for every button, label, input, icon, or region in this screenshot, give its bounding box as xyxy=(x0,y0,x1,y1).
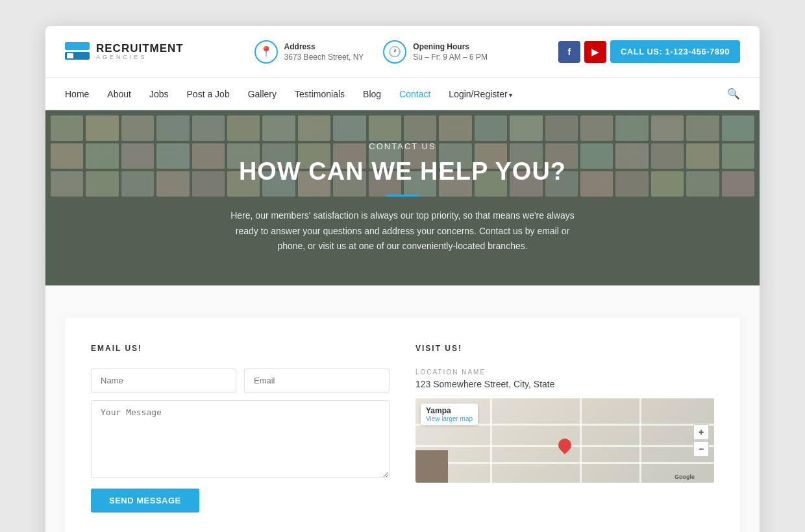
map-pin-head xyxy=(556,436,574,454)
map-zoom-controls: + − xyxy=(693,424,709,457)
map-thumbnail xyxy=(415,450,448,483)
map-label-title: Yampa xyxy=(426,406,473,415)
hero-pre-title: CONTACT US xyxy=(224,141,581,151)
nav-blog[interactable]: Blog xyxy=(363,89,381,99)
map-label-box: Yampa View larger map xyxy=(421,404,478,425)
email-section-label: EMAIL US! xyxy=(91,344,390,353)
map-road-vertical-2 xyxy=(580,398,582,483)
nav-contact[interactable]: Contact xyxy=(399,89,430,99)
clock-icon: 🕐 xyxy=(383,40,406,64)
nav-jobs[interactable]: Jobs xyxy=(149,89,169,99)
logo-main: RECRUITMENT xyxy=(96,43,184,54)
logo-icon-top xyxy=(65,42,90,50)
nav-testimonials[interactable]: Testimonials xyxy=(295,89,345,99)
hours-label: Opening Hours xyxy=(413,42,488,51)
nav-post-a-job[interactable]: Post a Job xyxy=(187,89,230,99)
address-info: 📍 Address 3673 Beech Street, NY xyxy=(254,40,364,64)
nav-about[interactable]: About xyxy=(107,89,131,99)
map-container: Yampa View larger map + − Google xyxy=(415,398,714,483)
form-name-email-row xyxy=(91,369,390,393)
address-label: Address xyxy=(284,42,364,51)
email-input[interactable] xyxy=(244,369,390,393)
nav-home[interactable]: Home xyxy=(65,89,89,99)
header: RECRUITMENT AGENCIES 📍 Address 3673 Beec… xyxy=(45,26,760,78)
google-label: Google xyxy=(675,474,695,480)
nav-gallery[interactable]: Gallery xyxy=(248,89,277,99)
map-road-vertical-1 xyxy=(490,398,492,483)
zoom-out-button[interactable]: − xyxy=(693,441,709,457)
location-address: 123 Somewhere Street, City, State xyxy=(415,379,714,389)
location-name-label: LOCATION NAME xyxy=(415,369,714,376)
name-input[interactable] xyxy=(91,369,236,393)
hours-info: 🕐 Opening Hours Su – Fr: 9 AM – 6 PM xyxy=(383,40,488,64)
map-background: Yampa View larger map + − Google xyxy=(415,398,714,483)
visit-section: VISIT US! LOCATION NAME 123 Somewhere St… xyxy=(415,344,714,513)
content-inner: EMAIL US! SEND MESSAGE VISIT US! LOCATIO… xyxy=(65,318,740,532)
hours-text: Opening Hours Su – Fr: 9 AM – 6 PM xyxy=(413,42,488,62)
zoom-in-button[interactable]: + xyxy=(693,424,709,440)
map-view-larger-link[interactable]: View larger map xyxy=(426,415,473,422)
hero-title: HOW CAN WE HELP YOU? xyxy=(224,158,581,186)
hero-divider xyxy=(386,195,419,197)
logo-icon xyxy=(65,42,90,62)
visit-section-label: VISIT US! xyxy=(415,344,714,353)
hero-description: Here, our members' satisfaction is alway… xyxy=(224,208,581,254)
map-pin xyxy=(558,439,571,457)
youtube-button[interactable]: ▶ xyxy=(584,41,606,63)
header-info: 📍 Address 3673 Beech Street, NY 🕐 Openin… xyxy=(197,40,545,64)
logo: RECRUITMENT AGENCIES xyxy=(65,42,184,62)
map-road-horizontal-3 xyxy=(415,462,714,464)
browser-window: RECRUITMENT AGENCIES 📍 Address 3673 Beec… xyxy=(45,26,760,532)
search-icon[interactable]: 🔍 xyxy=(727,88,740,100)
address-text: Address 3673 Beech Street, NY xyxy=(284,42,364,62)
navigation: Home About Jobs Post a Job Gallery Testi… xyxy=(45,78,760,110)
facebook-button[interactable]: f xyxy=(558,41,580,63)
email-section: EMAIL US! SEND MESSAGE xyxy=(91,344,390,513)
call-button[interactable]: CALL US: 1-123-456-7890 xyxy=(610,40,740,63)
address-value: 3673 Beech Street, NY xyxy=(284,53,364,62)
hours-value: Su – Fr: 9 AM – 6 PM xyxy=(413,53,488,62)
map-road-vertical-3 xyxy=(639,398,641,483)
header-actions: f ▶ CALL US: 1-123-456-7890 xyxy=(558,40,740,63)
hero-content: CONTACT US HOW CAN WE HELP YOU? Here, ou… xyxy=(211,141,594,254)
logo-icon-bottom xyxy=(65,52,90,60)
submit-button[interactable]: SEND MESSAGE xyxy=(91,489,199,513)
nav-login-register[interactable]: Login/Register xyxy=(449,89,512,99)
content-section: EMAIL US! SEND MESSAGE VISIT US! LOCATIO… xyxy=(45,285,760,532)
logo-sub: AGENCIES xyxy=(96,54,184,60)
message-textarea[interactable] xyxy=(91,400,390,478)
location-icon: 📍 xyxy=(254,40,278,64)
logo-text: RECRUITMENT AGENCIES xyxy=(96,43,184,60)
hero-section: CONTACT US HOW CAN WE HELP YOU? Here, ou… xyxy=(45,110,760,285)
